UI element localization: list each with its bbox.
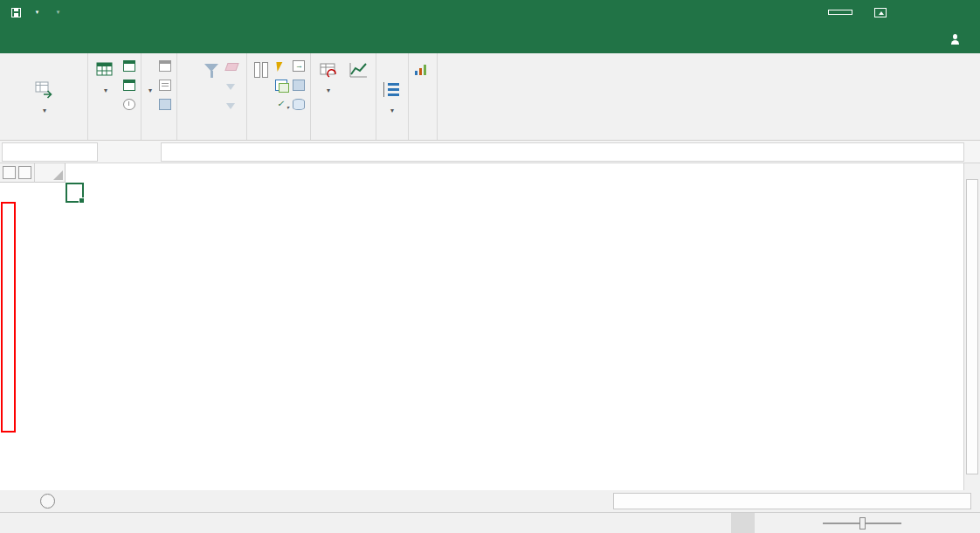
connections-glyph	[159, 60, 171, 72]
new-sheet-button[interactable]	[40, 494, 55, 509]
data-tools-icons-col1	[273, 55, 290, 126]
forecast-chart-icon	[348, 59, 369, 81]
cancel-icon[interactable]	[107, 142, 124, 162]
reapply-button[interactable]	[224, 77, 244, 93]
worksheet-grid	[0, 163, 980, 490]
undo-icon[interactable]	[26, 2, 47, 23]
zoom-slider[interactable]	[823, 523, 901, 524]
duplicate-rows-icon	[275, 80, 287, 91]
flash-fill-icon[interactable]	[273, 58, 290, 74]
recent-sources-icon[interactable]	[121, 96, 138, 113]
enter-icon[interactable]	[124, 142, 141, 162]
get-external-label	[43, 104, 46, 115]
formula-bar	[0, 141, 980, 163]
ribbon-display-options-icon[interactable]	[868, 2, 893, 23]
name-box[interactable]	[2, 142, 98, 162]
sort-descending-icon[interactable]	[180, 77, 189, 93]
advanced-filter-button[interactable]	[224, 96, 244, 113]
ribbon-group-connections	[141, 53, 177, 140]
corner-triangle-icon	[53, 170, 63, 180]
vertical-scroll-thumb[interactable]	[966, 179, 978, 474]
status-bar-right	[731, 513, 980, 533]
links-glyph	[293, 80, 305, 91]
filter-button[interactable]	[199, 55, 224, 126]
new-query-icon	[95, 59, 116, 81]
vertical-scrollbar[interactable]	[963, 163, 980, 490]
close-button[interactable]	[954, 0, 980, 24]
new-query-button[interactable]	[91, 55, 121, 126]
group-label-get-transform	[91, 126, 138, 140]
table-icon	[123, 60, 135, 72]
relationships-icon[interactable]	[290, 77, 307, 93]
filter-small-buttons	[224, 55, 244, 126]
ribbon-group-data-tools	[247, 53, 311, 140]
data-validation-icon[interactable]	[273, 96, 290, 113]
clear-filter-button[interactable]	[224, 58, 244, 74]
outline-level-buttons	[0, 163, 35, 183]
data-model-icon[interactable]	[290, 96, 307, 113]
outline-button[interactable]	[379, 55, 405, 140]
forecast-sheet-button[interactable]	[343, 55, 373, 126]
text-to-columns-button[interactable]	[250, 55, 273, 126]
properties-glyph	[159, 80, 171, 91]
sheet-nav-prev-icon[interactable]	[0, 490, 16, 512]
checkmark-icon	[275, 99, 287, 110]
horizontal-scroll-thumb[interactable]	[613, 493, 971, 509]
select-all-corner[interactable]	[35, 163, 66, 183]
database-icon	[293, 99, 305, 110]
group-label-forecast	[314, 126, 373, 140]
group-label-data-tools	[250, 126, 307, 140]
consolidate-icon[interactable]	[290, 58, 307, 74]
formula-input[interactable]	[161, 142, 964, 162]
remove-duplicates-icon[interactable]	[273, 77, 290, 93]
edit-links-icon[interactable]	[156, 96, 174, 113]
get-external-data-button[interactable]	[4, 55, 85, 140]
outline-level-1-button[interactable]	[3, 166, 16, 179]
share-button[interactable]	[935, 24, 980, 53]
normal-view-icon[interactable]	[731, 513, 755, 533]
sheet-nav-next-icon[interactable]	[16, 490, 31, 512]
page-break-view-icon[interactable]	[778, 513, 802, 533]
qat-customize-icon[interactable]	[68, 2, 89, 23]
refresh-all-button[interactable]	[144, 55, 156, 126]
what-if-label	[327, 84, 330, 95]
ribbon-tab-bar	[0, 24, 980, 53]
data-analysis-button[interactable]	[411, 62, 434, 79]
external-data-icon	[33, 79, 56, 101]
horizontal-scrollbar[interactable]	[604, 490, 980, 512]
page-layout-view-icon[interactable]	[755, 513, 778, 533]
from-table-icon[interactable]	[121, 77, 138, 93]
scroll-down-icon[interactable]	[964, 475, 980, 490]
ribbon-group-analysis	[409, 53, 438, 140]
sort-button[interactable]	[189, 55, 199, 126]
funnel-small-icon	[226, 84, 235, 90]
data-tools-icons-col2	[290, 55, 307, 126]
funnel-small-icon	[226, 103, 235, 109]
insert-function-icon[interactable]	[141, 142, 159, 162]
formula-bar-expand-icon[interactable]	[964, 142, 980, 162]
connections-icon[interactable]	[156, 58, 174, 74]
outline-level-2-button[interactable]	[18, 166, 31, 179]
minimize-button[interactable]	[901, 0, 928, 24]
horizontal-scroll-track[interactable]	[613, 493, 971, 509]
filter-funnel-icon	[204, 59, 219, 81]
sort-small-buttons	[180, 55, 189, 126]
maximize-button[interactable]	[928, 0, 954, 24]
new-query-label	[104, 84, 107, 95]
scroll-up-icon[interactable]	[964, 163, 980, 178]
outline-column-red-highlight	[1, 202, 16, 433]
save-icon[interactable]	[5, 2, 26, 23]
show-queries-icon[interactable]	[121, 58, 138, 74]
zoom-slider-thumb[interactable]	[859, 517, 866, 530]
table-icon	[123, 80, 135, 91]
connection-small-buttons	[156, 55, 174, 126]
ribbon-group-get-external	[2, 53, 88, 140]
sign-in-button[interactable]	[828, 10, 852, 15]
grid-header-row	[0, 163, 980, 183]
quick-access-toolbar	[0, 2, 89, 23]
ribbon-options-glyph	[874, 8, 887, 17]
sort-ascending-icon[interactable]	[180, 58, 189, 74]
properties-icon[interactable]	[156, 77, 174, 93]
what-if-analysis-button[interactable]	[314, 55, 343, 126]
redo-icon[interactable]	[47, 2, 68, 23]
